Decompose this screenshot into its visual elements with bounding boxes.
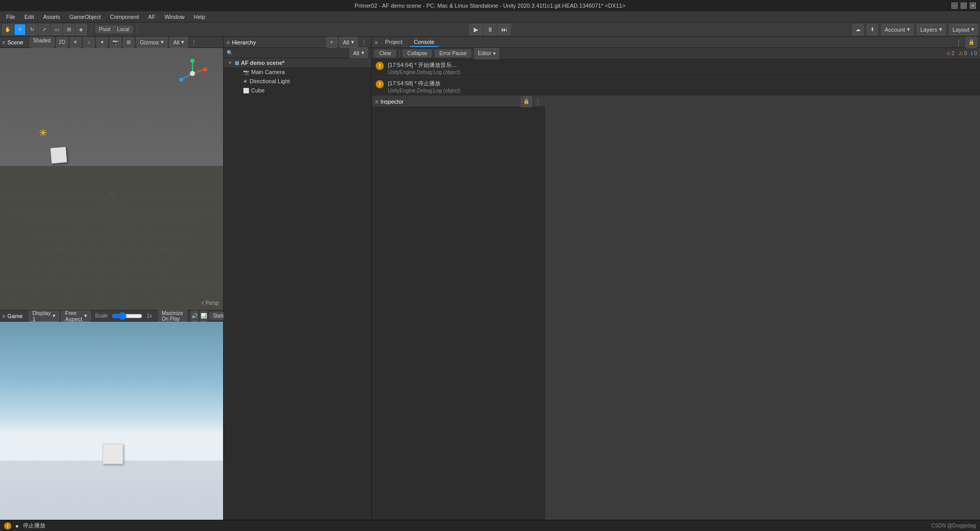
separator-2: [137, 25, 137, 34]
display-dropdown[interactable]: Display 1 ▾: [29, 310, 59, 322]
console-lock-btn[interactable]: 🔒: [966, 37, 977, 48]
scene-fx-btn[interactable]: ✦: [96, 37, 108, 48]
gizmos-dropdown[interactable]: Gizmos ▾: [136, 37, 167, 48]
console-entry-0[interactable]: ! [17:54:54] * 开始播放音乐... UnityEngine.Deb…: [372, 59, 980, 78]
console-entry-0-detail: UnityEngine.Debug:Log (object): [388, 69, 460, 75]
game-tab-label[interactable]: Game: [7, 313, 22, 319]
aspect-dropdown[interactable]: Free Aspect ▾: [61, 310, 91, 322]
play-button[interactable]: ▶: [469, 24, 482, 35]
scene-view[interactable]: ✳: [0, 48, 223, 310]
inspector-panel-menu[interactable]: ⋮: [534, 98, 542, 106]
scene-light-btn[interactable]: ☀: [70, 37, 81, 48]
message-count: 0: [974, 51, 977, 56]
center-toolbar: ▶ ⏸ ⏭: [469, 24, 511, 35]
scene-root-label[interactable]: AF demo scene*: [241, 60, 285, 66]
menu-file[interactable]: File: [2, 13, 19, 21]
scale-tool-button[interactable]: ⤢: [39, 24, 50, 35]
transform-tools: ✋ ✛ ↻ ⤢ ▭ ⊞ ◈: [2, 24, 87, 35]
camera-icon: 📷: [243, 69, 249, 75]
pause-button[interactable]: ⏸: [483, 24, 497, 35]
shading-dropdown[interactable]: Shaded: [30, 37, 54, 48]
scale-slider[interactable]: [112, 312, 142, 320]
pivot-button[interactable]: Pivot: [95, 26, 113, 33]
layout-dropdown[interactable]: Layout ▾: [949, 24, 978, 35]
menu-gameobject[interactable]: GameObject: [65, 13, 105, 21]
warning-icon: ⚠: [959, 51, 963, 56]
right-toolbar: ☁ ⬆ Account ▾ Layers ▾ Layout ▾: [852, 24, 978, 35]
camera-label[interactable]: Main Camera: [251, 69, 285, 75]
move-tool-button[interactable]: ✛: [14, 24, 26, 35]
scene-grid-btn[interactable]: ⊞: [123, 37, 134, 48]
hierarchy-panel: ≡ Hierarchy + All ▾ ⋮ 🔍 All ▾: [224, 37, 371, 520]
hierarchy-item-main-camera[interactable]: 📷 Main Camera: [224, 67, 371, 77]
hierarchy-search-all-dropdown[interactable]: All ▾: [350, 47, 368, 59]
scene-gizmo[interactable]: [177, 58, 208, 89]
minimize-button[interactable]: ─: [951, 3, 958, 9]
multi-tool-button[interactable]: ⊞: [63, 24, 75, 35]
hierarchy-item-cube[interactable]: ⬜ Cube: [224, 86, 371, 95]
rect-tool-button[interactable]: ▭: [51, 24, 62, 35]
hierarchy-tab: ≡ Hierarchy: [227, 39, 256, 45]
clear-button[interactable]: Clear: [375, 50, 396, 57]
layers-dropdown[interactable]: Layers ▾: [917, 24, 946, 35]
hierarchy-scene-root[interactable]: ▼ ⊞ AF demo scene*: [224, 58, 371, 67]
collab-button[interactable]: ☁: [852, 24, 864, 35]
console-content: ! [17:54:54] * 开始播放音乐... UnityEngine.Deb…: [372, 59, 980, 96]
window-controls[interactable]: ─ □ ✕: [951, 3, 976, 9]
rotate-tool-button[interactable]: ↻: [27, 24, 38, 35]
separator-1: [91, 25, 91, 34]
hierarchy-options: + All ▾ ⋮: [326, 37, 368, 48]
menu-assets[interactable]: Assets: [39, 13, 64, 21]
hierarchy-panel-menu[interactable]: ⋮: [360, 38, 368, 46]
console-panel-icon: ≡: [375, 39, 378, 45]
inspector-lock-btn[interactable]: 🔒: [521, 96, 532, 107]
light-label[interactable]: Directional Light: [250, 78, 290, 84]
game-stats-icon[interactable]: 📊: [200, 310, 207, 322]
scene-tab-label[interactable]: Scene: [7, 39, 23, 45]
cloud-button[interactable]: ⬆: [867, 24, 878, 35]
step-button[interactable]: ⏭: [498, 24, 511, 35]
menu-component[interactable]: Component: [106, 13, 143, 21]
game-view[interactable]: [0, 322, 223, 520]
console-entry-1[interactable]: ! [17:54:58] * 停止播放 UnityEngine.Debug:Lo…: [372, 78, 980, 96]
menu-edit[interactable]: Edit: [20, 13, 38, 21]
status-credit: CSDN @Doggedag: [932, 523, 976, 528]
hierarchy-panel-icon: ≡: [227, 39, 230, 45]
console-panel-menu[interactable]: ⋮: [954, 38, 963, 46]
scene-audio-btn[interactable]: ♪: [83, 37, 94, 48]
error-pause-button[interactable]: Error Pause: [435, 50, 471, 57]
scene-camera-btn[interactable]: 📷: [110, 37, 121, 48]
menu-af[interactable]: AF: [144, 13, 159, 21]
inspector-header: ≡ Inspector: [375, 99, 404, 105]
maximize-button[interactable]: □: [961, 3, 967, 9]
warning-count: 0: [964, 51, 967, 56]
project-tab[interactable]: Project: [381, 38, 406, 47]
editor-dropdown[interactable]: Editor ▾: [474, 48, 499, 59]
hierarchy-item-directional-light[interactable]: ☀ Directional Light: [224, 77, 371, 86]
console-entry-1-detail: UnityEngine.Debug:Log (object): [388, 88, 460, 93]
close-button[interactable]: ✕: [970, 3, 976, 9]
scene-panel-menu[interactable]: ⋮: [190, 38, 198, 46]
game-ground: [0, 461, 223, 520]
inspector-tab-label[interactable]: Inspector: [380, 99, 403, 105]
collapse-button[interactable]: Collapse: [403, 50, 432, 57]
cube-label[interactable]: Cube: [251, 87, 264, 93]
local-button[interactable]: Local: [113, 26, 133, 33]
menu-help[interactable]: Help: [190, 13, 210, 21]
console-project-area: ≡ Project Console ⋮ 🔒 Clear Collapse Err…: [372, 37, 980, 96]
2d-toggle[interactable]: 2D: [56, 37, 68, 48]
hierarchy-all-dropdown[interactable]: All ▾: [339, 37, 358, 48]
hierarchy-add-button[interactable]: +: [326, 37, 337, 48]
account-dropdown[interactable]: Account ▾: [881, 24, 914, 35]
console-entry-0-main: [17:54:54] * 开始播放音乐...: [388, 61, 460, 69]
hand-tool-button[interactable]: ✋: [2, 24, 13, 35]
menu-window[interactable]: Window: [160, 13, 188, 21]
status-label: ●: [15, 523, 19, 529]
audio-mute-button[interactable]: 🔊: [191, 310, 198, 322]
console-counts: ⊘ 2 ⚠ 0 ℹ 0: [946, 51, 977, 56]
custom-tool-button[interactable]: ◈: [76, 24, 87, 35]
console-tab[interactable]: Console: [410, 38, 438, 47]
maximize-on-play[interactable]: Maximize On Play: [158, 309, 187, 323]
scene-all-dropdown[interactable]: All ▾: [169, 37, 188, 48]
hierarchy-tab-label[interactable]: Hierarchy: [232, 39, 256, 45]
